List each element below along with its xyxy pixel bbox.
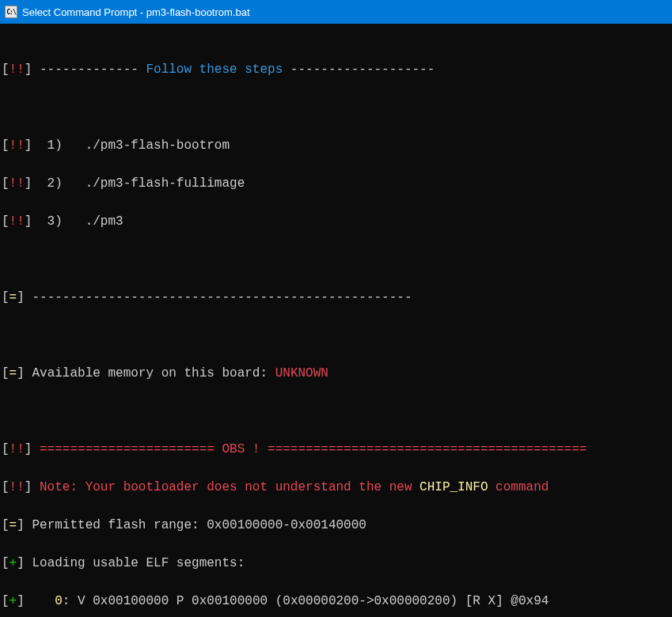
- line-chip-info-note: [!!] Note: Your bootloader does not unde…: [2, 478, 670, 497]
- line-divider: [=] ------------------------------------…: [2, 288, 670, 307]
- line-memory: [=] Available memory on this board: UNKN…: [2, 364, 670, 383]
- line-step2: [!!] 2) ./pm3-flash-fullimage: [2, 174, 670, 193]
- window-titlebar[interactable]: C:\ Select Command Prompt - pm3-flash-bo…: [0, 0, 672, 24]
- line-flash-range: [=] Permitted flash range: 0x00100000-0x…: [2, 516, 670, 535]
- line-loading-elf: [+] Loading usable ELF segments:: [2, 554, 670, 573]
- line-obs-banner: [!!] ======================= OBS ! =====…: [2, 440, 670, 459]
- line-step1: [!!] 1) ./pm3-flash-bootrom: [2, 136, 670, 155]
- cmd-icon: C:\: [5, 6, 17, 18]
- terminal-output: [!!] ------------- Follow these steps --…: [0, 24, 672, 617]
- line-step3: [!!] 3) ./pm3: [2, 212, 670, 231]
- line-segment-0: [+] 0: V 0x00100000 P 0x00100000 (0x0000…: [2, 592, 670, 611]
- window-title: Select Command Prompt - pm3-flash-bootro…: [22, 6, 250, 18]
- line-follow-steps: [!!] ------------- Follow these steps --…: [2, 60, 670, 79]
